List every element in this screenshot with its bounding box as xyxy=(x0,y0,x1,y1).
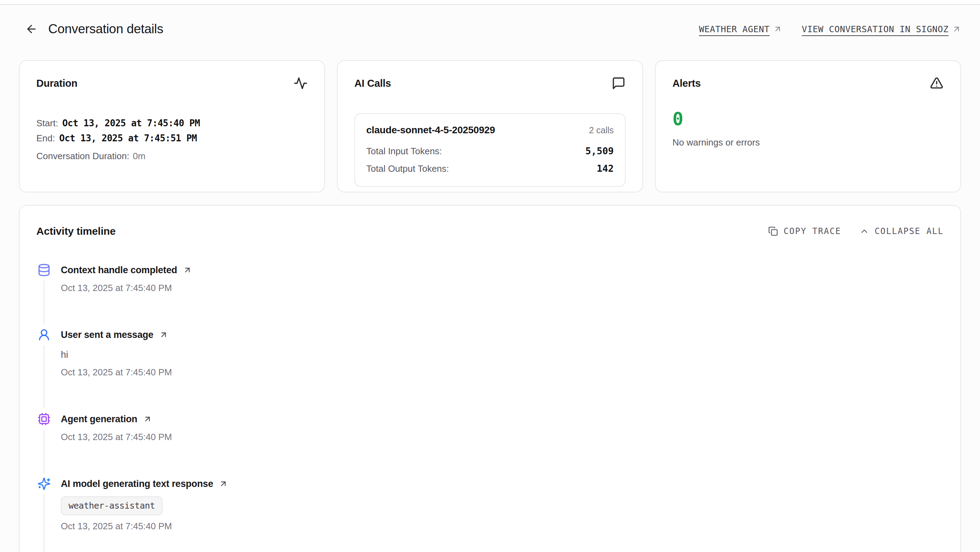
model-name: claude-sonnet-4-5-20250929 xyxy=(366,124,495,136)
triangle-alert-icon xyxy=(930,76,943,90)
model-usage-box: claude-sonnet-4-5-20250929 2 calls Total… xyxy=(355,113,625,187)
arrow-up-right-icon xyxy=(183,265,192,274)
cpu-icon xyxy=(37,412,51,426)
event-message-body: hi xyxy=(61,348,172,361)
output-tokens-value: 142 xyxy=(597,163,614,174)
end-value: Oct 13, 2025 at 7:45:51 PM xyxy=(59,131,197,145)
event-link-context-handle[interactable]: Context handle completed xyxy=(61,263,192,277)
conversation-duration-value: 0m xyxy=(133,149,145,163)
input-tokens-value: 5,509 xyxy=(585,145,614,156)
agent-name-badge: weather-assistant xyxy=(61,496,162,515)
user-icon xyxy=(37,328,51,342)
model-call-count: 2 calls xyxy=(589,125,614,136)
signoz-link-label: VIEW CONVERSATION IN SIGNOZ xyxy=(802,24,948,34)
activity-timeline-panel: Activity timeline COPY TRACE COLLAPSE AL… xyxy=(19,205,961,552)
start-value: Oct 13, 2025 at 7:45:40 PM xyxy=(62,116,200,131)
sparkles-icon xyxy=(37,477,51,491)
timeline-actions: COPY TRACE COLLAPSE ALL xyxy=(768,227,943,236)
event-link-ai-text-response[interactable]: AI model generating text response xyxy=(61,477,228,491)
event-timestamp: Oct 13, 2025 at 7:45:40 PM xyxy=(61,432,172,442)
copy-trace-label: COPY TRACE xyxy=(784,227,841,236)
timeline-connector xyxy=(44,429,45,473)
alerts-count: 0 xyxy=(673,110,943,128)
timeline-item-context-handle: Context handle completed Oct 13, 2025 at… xyxy=(37,263,943,328)
arrow-up-right-icon xyxy=(159,330,168,339)
start-row: Start: Oct 13, 2025 at 7:45:40 PM xyxy=(37,116,307,131)
event-title: User sent a message xyxy=(61,330,153,340)
timeline-connector xyxy=(44,281,45,324)
duration-card: Duration Start: Oct 13, 2025 at 7:45:40 … xyxy=(19,60,325,192)
chevron-up-icon xyxy=(859,227,869,236)
message-square-icon xyxy=(612,76,625,90)
timeline-item-user-message: User sent a message hi Oct 13, 2025 at 7… xyxy=(37,328,943,412)
view-conversation-in-signoz-link[interactable]: VIEW CONVERSATION IN SIGNOZ xyxy=(802,24,961,34)
event-title: Agent generation xyxy=(61,414,137,425)
alerts-card-title: Alerts xyxy=(673,78,701,89)
activity-icon xyxy=(294,76,307,90)
collapse-all-label: COLLAPSE ALL xyxy=(875,227,943,236)
copy-trace-button[interactable]: COPY TRACE xyxy=(768,227,841,236)
stat-cards: Duration Start: Oct 13, 2025 at 7:45:40 … xyxy=(19,60,961,192)
start-label: Start: xyxy=(37,116,58,131)
page-header: Conversation details WEATHER AGENT VIEW … xyxy=(19,19,961,39)
copy-icon xyxy=(768,227,778,236)
conversation-duration-label: Conversation Duration: xyxy=(37,149,129,163)
top-divider xyxy=(0,0,980,5)
event-title: AI model generating text response xyxy=(61,479,213,490)
timeline-list: Context handle completed Oct 13, 2025 at… xyxy=(37,263,943,552)
alerts-message: No warnings or errors xyxy=(673,137,943,148)
event-link-user-message[interactable]: User sent a message xyxy=(61,328,172,342)
activity-timeline-title: Activity timeline xyxy=(37,225,116,237)
arrow-up-right-icon xyxy=(219,479,228,488)
timeline-connector xyxy=(44,494,45,552)
event-timestamp: Oct 13, 2025 at 7:45:40 PM xyxy=(61,367,172,378)
input-tokens-label: Total Input Tokens: xyxy=(366,146,442,157)
back-button[interactable] xyxy=(24,21,39,37)
arrow-up-right-icon xyxy=(143,415,152,424)
ai-calls-card-title: AI Calls xyxy=(355,78,391,89)
output-tokens-label: Total Output Tokens: xyxy=(366,163,449,174)
timeline-item-ai-text-response: AI model generating text response weathe… xyxy=(37,477,943,552)
external-link-arrow-icon xyxy=(952,24,961,34)
duration-card-title: Duration xyxy=(37,78,78,89)
timeline-connector xyxy=(44,345,45,408)
event-title: Context handle completed xyxy=(61,265,177,276)
external-link-arrow-icon xyxy=(773,24,782,34)
conversation-duration-row: Conversation Duration: 0m xyxy=(37,149,307,163)
alerts-card: Alerts 0 No warnings or errors xyxy=(655,60,961,192)
event-timestamp: Oct 13, 2025 at 7:45:40 PM xyxy=(61,282,192,294)
event-link-agent-generation[interactable]: Agent generation xyxy=(61,412,172,426)
end-label: End: xyxy=(37,131,55,145)
conversation-details-page: Conversation details WEATHER AGENT VIEW … xyxy=(0,19,980,552)
arrow-left-icon xyxy=(25,23,38,35)
event-timestamp: Oct 13, 2025 at 7:45:40 PM xyxy=(61,521,228,532)
collapse-all-button[interactable]: COLLAPSE ALL xyxy=(859,227,943,236)
ai-calls-card: AI Calls claude-sonnet-4-5-20250929 2 ca… xyxy=(337,60,643,192)
weather-agent-link-label: WEATHER AGENT xyxy=(699,24,770,34)
header-links: WEATHER AGENT VIEW CONVERSATION IN SIGNO… xyxy=(699,24,961,34)
page-title: Conversation details xyxy=(48,22,163,37)
end-row: End: Oct 13, 2025 at 7:45:51 PM xyxy=(37,131,307,145)
weather-agent-link[interactable]: WEATHER AGENT xyxy=(699,24,782,34)
database-icon xyxy=(37,263,51,277)
timeline-item-agent-generation: Agent generation Oct 13, 2025 at 7:45:40… xyxy=(37,412,943,477)
